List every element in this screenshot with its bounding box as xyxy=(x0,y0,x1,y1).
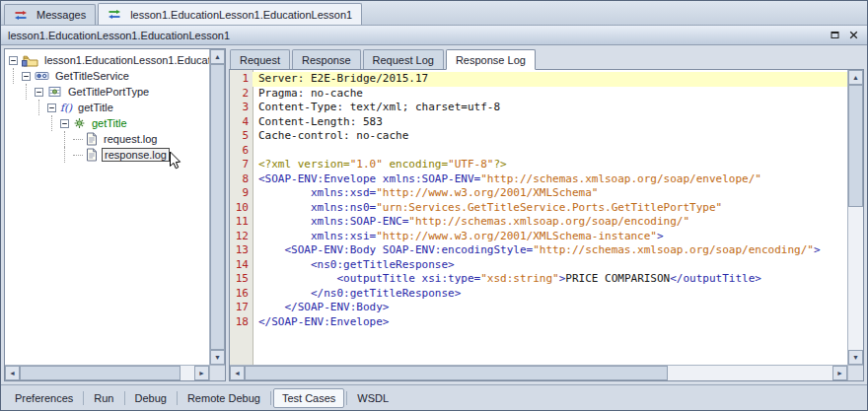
line-content: Server: E2E-Bridge/2015.17 xyxy=(253,72,847,87)
line-number: 7 xyxy=(230,158,253,172)
scroll-down-icon[interactable]: ▼ xyxy=(848,350,863,365)
tree-guide-line xyxy=(9,68,22,84)
code-line-13: 13 <SOAP-ENV:Body SOAP-ENV:encodingStyle… xyxy=(230,243,847,258)
line-number: 8 xyxy=(230,172,253,187)
scroll-track[interactable] xyxy=(20,366,194,380)
scroll-right-icon[interactable]: ► xyxy=(194,366,209,380)
scroll-track[interactable] xyxy=(210,64,225,350)
operation-icon xyxy=(73,117,86,129)
bottom-tab-run[interactable]: Run xyxy=(86,389,121,407)
editor-horizontal-scrollbar[interactable]: ◄ ► xyxy=(230,365,847,380)
scroll-left-icon[interactable]: ◄ xyxy=(230,366,245,380)
tree-item-label: getTitle xyxy=(76,102,115,113)
tab-separator xyxy=(124,391,125,405)
line-content: xmlns:ns0="urn:Services.GetTitleService.… xyxy=(253,201,847,216)
line-number: 12 xyxy=(230,230,253,244)
tree-item-gettitleservice[interactable]: GetTitleService xyxy=(9,68,209,84)
frame-title: lesson1.EducationLesson1.EducationLesson… xyxy=(8,30,825,41)
porttype-icon xyxy=(47,86,62,98)
log-view-panel: RequestResponseRequest LogResponse Log 1… xyxy=(229,48,864,381)
scroll-thumb[interactable] xyxy=(245,366,668,380)
code-line-3: 3Content-Type: text/xml; charset=utf-8 xyxy=(230,101,847,115)
bottom-tab-debug[interactable]: Debug xyxy=(127,389,175,407)
bottom-tab-preferences[interactable]: Preferences xyxy=(7,389,81,407)
tree-guide-line xyxy=(22,100,35,115)
tree-guide-line xyxy=(9,115,22,131)
scroll-thumb[interactable] xyxy=(848,85,863,207)
tab-response-log[interactable]: Response Log xyxy=(446,49,536,70)
tree-collapse-icon[interactable] xyxy=(35,88,43,97)
scroll-thumb[interactable] xyxy=(20,366,181,380)
bottom-tab-test-cases[interactable]: Test Cases xyxy=(273,388,344,408)
folder-icon xyxy=(22,54,38,67)
code-line-18: 18</SOAP-ENV:Envelope> xyxy=(230,315,847,330)
code-line-15: 15 <outputTitle xsi:type="xsd:string">PR… xyxy=(230,272,847,287)
bottom-tab-wsdl[interactable]: WSDL xyxy=(349,389,397,407)
tree-item-gettitle[interactable]: f()getTitle xyxy=(9,100,209,115)
log-tab-bar: RequestResponseRequest LogResponse Log xyxy=(229,48,864,69)
line-content: Content-Length: 583 xyxy=(253,115,847,130)
line-number: 9 xyxy=(230,186,253,201)
line-number: 17 xyxy=(230,301,253,315)
scroll-down-icon[interactable]: ▼ xyxy=(210,350,225,365)
code-line-8: 8<SOAP-ENV:Envelope xmlns:SOAP-ENV="http… xyxy=(230,172,847,187)
function-icon: f() xyxy=(60,102,72,113)
line-number: 5 xyxy=(230,129,253,144)
line-number: 2 xyxy=(230,87,253,102)
tree-guide-line xyxy=(9,131,22,147)
tree-collapse-icon[interactable] xyxy=(9,56,18,65)
scroll-up-icon[interactable]: ▲ xyxy=(210,49,225,64)
scroll-track[interactable] xyxy=(245,366,832,380)
bottom-tab-remote-debug[interactable]: Remote Debug xyxy=(180,389,268,407)
line-content: xmlns:SOAP-ENC="http://schemas.xmlsoap.o… xyxy=(253,215,847,230)
close-button[interactable] xyxy=(845,28,862,42)
line-content: Cache-control: no-cache xyxy=(253,129,847,144)
window-tab-messages[interactable]: Messages xyxy=(4,4,96,25)
tree-item-lesson1-educationlesson1-education[interactable]: lesson1.EducationLesson1.Education xyxy=(9,52,209,68)
main-split: lesson1.EducationLesson1.EducationGetTit… xyxy=(1,45,867,384)
scroll-left-icon[interactable]: ◄ xyxy=(5,366,20,380)
tree-item-label: getTitle xyxy=(90,117,129,129)
tree-collapse-icon[interactable] xyxy=(60,119,69,128)
window-tab-bar: Messageslesson1.EducationLesson1.Educati… xyxy=(1,1,867,26)
line-content: xmlns:xsd="http://www.w3.org/2001/XMLSch… xyxy=(253,186,847,201)
window-tab-lesson1-educationlesson1-educationlesson1[interactable]: lesson1.EducationLesson1.EducationLesson… xyxy=(98,3,362,25)
tree-guide-line xyxy=(47,147,60,163)
log-icon xyxy=(86,148,98,162)
close-icon xyxy=(849,31,858,39)
code-line-4: 4Content-Length: 583 xyxy=(230,115,847,130)
tree-item-gettitleporttype[interactable]: GetTitlePortType xyxy=(9,84,209,100)
tree-collapse-icon[interactable] xyxy=(47,103,56,112)
scroll-right-icon[interactable]: ► xyxy=(832,366,847,380)
code-line-9: 9 xmlns:xsd="http://www.w3.org/2001/XMLS… xyxy=(230,186,847,201)
code-line-2: 2Pragma: no-cache xyxy=(230,87,847,102)
code-line-7: 7<?xml version="1.0" encoding="UTF-8"?> xyxy=(230,158,847,172)
line-number: 1 xyxy=(230,72,253,87)
code-line-10: 10 xmlns:ns0="urn:Services.GetTitleServi… xyxy=(230,201,847,216)
tree-horizontal-scrollbar[interactable]: ◄ ► xyxy=(5,365,209,380)
code-line-12: 12 xmlns:xsi="http://www.w3.org/2001/XML… xyxy=(230,230,847,244)
maximize-icon xyxy=(831,31,839,39)
line-content: </SOAP-ENV:Envelope> xyxy=(253,315,847,330)
tree-collapse-icon[interactable] xyxy=(22,72,31,81)
tree-guide-line xyxy=(9,84,22,100)
scrollbar-corner xyxy=(209,365,225,380)
tab-request-log[interactable]: Request Log xyxy=(363,49,444,69)
tree-guide-line xyxy=(60,131,73,147)
code-line-6: 6 xyxy=(230,144,847,159)
tree-guide-line xyxy=(9,147,22,163)
tab-request[interactable]: Request xyxy=(230,49,290,69)
tab-separator xyxy=(270,391,271,405)
tree-item-request-log[interactable]: request.log xyxy=(9,131,209,147)
tab-response[interactable]: Response xyxy=(292,49,361,69)
tree-item-gettitle[interactable]: getTitle xyxy=(9,115,209,131)
scroll-thumb[interactable] xyxy=(210,64,225,350)
tree-vertical-scrollbar[interactable]: ▲ ▼ xyxy=(209,49,225,365)
tree-branch-line xyxy=(73,147,86,163)
tree-guide-line xyxy=(47,131,60,147)
editor-vertical-scrollbar[interactable]: ▲ ▼ xyxy=(847,70,863,365)
scroll-track[interactable] xyxy=(848,85,863,350)
response-log-editor[interactable]: 1Server: E2E-Bridge/2015.172Pragma: no-c… xyxy=(230,70,847,365)
scroll-up-icon[interactable]: ▲ xyxy=(848,70,863,85)
maximize-button[interactable] xyxy=(827,28,843,42)
